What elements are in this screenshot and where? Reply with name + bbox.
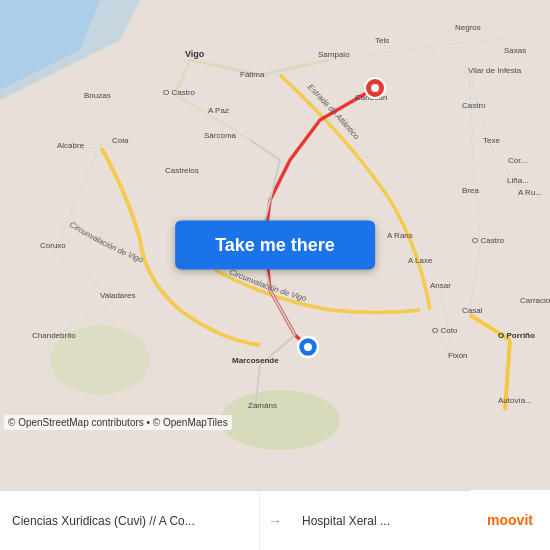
svg-text:Saxas: Saxas bbox=[504, 46, 526, 55]
svg-text:Ansar: Ansar bbox=[430, 281, 451, 290]
svg-text:A Paz: A Paz bbox=[208, 106, 229, 115]
svg-text:Castrelos: Castrelos bbox=[165, 166, 199, 175]
svg-text:Valadares: Valadares bbox=[100, 291, 135, 300]
svg-text:Sárcoma: Sárcoma bbox=[204, 131, 237, 140]
svg-text:Chandebrito: Chandebrito bbox=[32, 331, 76, 340]
svg-text:O Castro: O Castro bbox=[472, 236, 505, 245]
svg-text:Alcabre: Alcabre bbox=[57, 141, 85, 150]
svg-point-74 bbox=[371, 84, 379, 92]
svg-text:Tels: Tels bbox=[375, 36, 389, 45]
moovit-logo: moovit bbox=[470, 490, 550, 550]
origin-text: Ciencias Xuridicas (Cuvi) // A Co... bbox=[12, 514, 195, 528]
svg-text:Coruxo: Coruxo bbox=[40, 241, 66, 250]
svg-text:Sampaio: Sampaio bbox=[318, 50, 350, 59]
bottom-bar: Ciencias Xuridicas (Cuvi) // A Co... → H… bbox=[0, 490, 550, 550]
svg-text:Fátima: Fátima bbox=[240, 70, 265, 79]
svg-text:A Laxe: A Laxe bbox=[408, 256, 433, 265]
origin-item[interactable]: Ciencias Xuridicas (Cuvi) // A Co... bbox=[0, 491, 260, 550]
map-container: Circunvalación de Vigo Estrada do Atlánt… bbox=[0, 0, 550, 490]
svg-text:A Rans: A Rans bbox=[387, 231, 413, 240]
svg-text:Casal: Casal bbox=[462, 306, 483, 315]
svg-text:Liña...: Liña... bbox=[507, 176, 529, 185]
svg-text:Texe: Texe bbox=[483, 136, 500, 145]
svg-text:Autovía...: Autovía... bbox=[498, 396, 532, 405]
destination-text: Hospital Xeral ... bbox=[302, 514, 390, 528]
svg-point-1 bbox=[220, 390, 340, 450]
svg-text:Cor...: Cor... bbox=[508, 156, 527, 165]
map-attribution: © OpenStreetMap contributors • © OpenMap… bbox=[4, 415, 232, 430]
svg-text:Castro: Castro bbox=[462, 101, 486, 110]
route-arrow: → bbox=[260, 491, 290, 550]
arrow-icon: → bbox=[268, 513, 282, 529]
svg-text:Vilar de Infesta: Vilar de Infesta bbox=[468, 66, 522, 75]
svg-text:O Porriño: O Porriño bbox=[498, 331, 535, 340]
svg-text:Coia: Coia bbox=[112, 136, 129, 145]
take-me-there-button[interactable]: Take me there bbox=[175, 221, 375, 270]
take-me-there-overlay: Take me there bbox=[175, 221, 375, 270]
moovit-brand: moovit bbox=[487, 512, 533, 528]
svg-text:Negros: Negros bbox=[455, 23, 481, 32]
svg-text:Brea: Brea bbox=[462, 186, 479, 195]
svg-text:Bouzas: Bouzas bbox=[84, 91, 111, 100]
svg-text:O Coto: O Coto bbox=[432, 326, 458, 335]
svg-text:Marcosende: Marcosende bbox=[232, 356, 279, 365]
svg-text:O Castro: O Castro bbox=[163, 88, 196, 97]
svg-text:Fixón: Fixón bbox=[448, 351, 468, 360]
svg-text:A Ru...: A Ru... bbox=[518, 188, 542, 197]
svg-text:Zamáns: Zamáns bbox=[248, 401, 277, 410]
app: Circunvalación de Vigo Estrada do Atlánt… bbox=[0, 0, 550, 550]
svg-point-76 bbox=[304, 343, 312, 351]
svg-text:Carraciou: Carraciou bbox=[520, 296, 550, 305]
svg-text:Vigo: Vigo bbox=[185, 49, 205, 59]
